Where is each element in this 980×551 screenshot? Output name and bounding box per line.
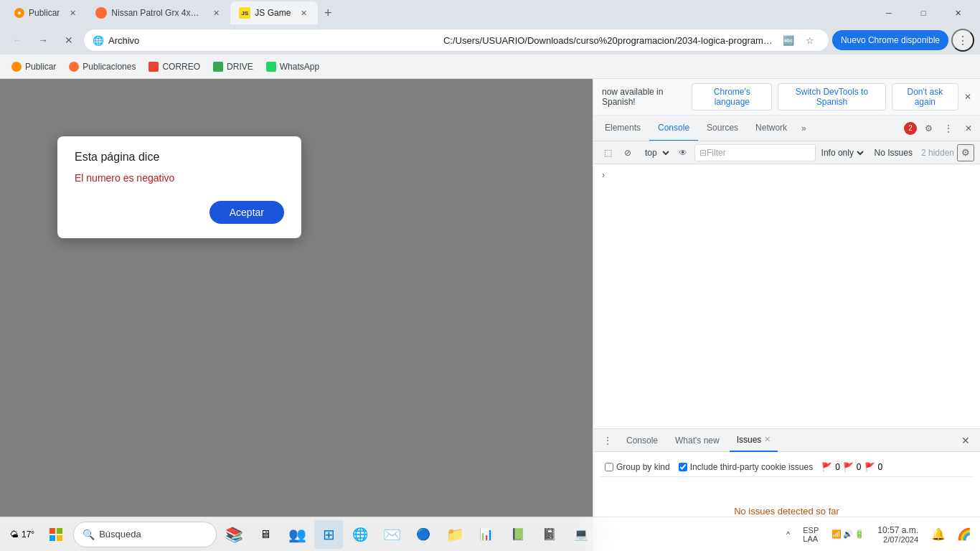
tab-close-nissan[interactable]: ✕: [210, 7, 222, 19]
devtools-level-select[interactable]: Info only: [819, 147, 866, 159]
alert-accept-button[interactable]: Aceptar: [209, 201, 284, 224]
devtools-tab-more-icon[interactable]: »: [796, 123, 812, 133]
chrome-update-button[interactable]: Nuevo Chrome disponible: [832, 30, 948, 50]
bookmark-correo-label: CORREO: [162, 62, 200, 72]
tab-nissan[interactable]: Nissan Patrol Grx 4x4 3000cc M ✕: [87, 1, 230, 24]
chrome-language-button[interactable]: Chrome's language: [692, 83, 772, 110]
forward-button[interactable]: →: [32, 29, 55, 52]
devtools-tab-console[interactable]: Console: [649, 116, 698, 141]
url-text: C:/Users/USUARIO/Downloads/curso%20progr…: [443, 35, 774, 46]
taskbar-clock[interactable]: 10:57 a.m. 2/07/2024: [873, 520, 923, 549]
devtools-console-settings[interactable]: ⚙: [957, 144, 974, 161]
dont-ask-again-button[interactable]: Don't ask again: [892, 83, 958, 110]
bottom-panel-close-button[interactable]: ✕: [957, 432, 974, 449]
taskbar-weather-widget[interactable]: 🌤 17°: [6, 520, 39, 549]
tab-close-js[interactable]: ✕: [298, 7, 309, 19]
taskbar-network-icons[interactable]: 📶 🔊 🔋: [827, 520, 869, 549]
devtools-device-button[interactable]: ⊘: [619, 144, 636, 161]
reload-button[interactable]: ✕: [57, 29, 80, 52]
taskbar-icon-mail[interactable]: ✉️: [377, 520, 406, 549]
console-chevron-icon[interactable]: ›: [602, 170, 605, 180]
devtools-close-button[interactable]: ✕: [960, 120, 977, 137]
bottom-tab-issues[interactable]: Issues ✕: [730, 429, 778, 452]
url-bar[interactable]: 🌐 Archivo C:/Users/USUARIO/Downloads/cur…: [83, 29, 829, 52]
taskbar-icon-vscode[interactable]: 💻: [567, 520, 595, 549]
speaker-icon: 🔊: [843, 529, 853, 539]
devtools-menu-button[interactable]: ⋮: [940, 120, 957, 137]
alert-title: Esta página dice: [75, 151, 284, 164]
taskbar-icon-chrome[interactable]: 🔵: [409, 520, 438, 549]
window-controls: ─ □ ✕: [872, 1, 974, 24]
devtools-eye-button[interactable]: 👁: [674, 144, 692, 161]
bookmark-whatsapp[interactable]: WhatsApp: [260, 57, 325, 76]
group-by-kind-checkbox[interactable]: [605, 463, 613, 471]
bottom-tab-whats-new[interactable]: What's new: [668, 429, 727, 452]
bookmark-publicar[interactable]: Publicar: [6, 57, 62, 76]
switch-devtools-button[interactable]: Switch DevTools to Spanish: [778, 83, 885, 110]
bookmark-drive[interactable]: DRIVE: [207, 57, 259, 76]
bookmark-publicaciones[interactable]: Publicaciones: [63, 57, 141, 76]
issues-tab-close-icon[interactable]: ✕: [764, 435, 771, 444]
chrome-menu-button[interactable]: ⋮: [951, 29, 974, 52]
taskbar-icon-powerpoint[interactable]: 📊: [472, 520, 501, 549]
bookmark-correo[interactable]: CORREO: [143, 57, 206, 76]
devtools-lang-close-icon[interactable]: ✕: [964, 92, 971, 102]
title-bar: ● Publicar ✕ Nissan Patrol Grx 4x4 3000c…: [0, 0, 980, 26]
taskbar-icon-excel[interactable]: 📗: [504, 520, 532, 549]
close-button[interactable]: ✕: [941, 1, 974, 24]
tab-close-publicar[interactable]: ✕: [67, 7, 78, 19]
error-count-label: 0: [835, 462, 840, 472]
start-button[interactable]: [42, 520, 70, 549]
group-by-kind-label: Group by kind: [616, 462, 670, 472]
taskbar-color-orb[interactable]: 🌈: [954, 524, 974, 545]
svg-rect-1: [57, 528, 62, 534]
warning-flag-icon: 🚩: [843, 462, 854, 472]
taskbar-icon-apps[interactable]: ⊞: [314, 520, 343, 549]
taskbar-icon-teams[interactable]: 👥: [283, 520, 311, 549]
taskbar-icon-notepad[interactable]: 📓: [535, 520, 564, 549]
maximize-button[interactable]: □: [907, 1, 940, 24]
new-tab-button[interactable]: +: [318, 3, 338, 23]
devtools-tab-elements[interactable]: Elements: [596, 116, 649, 141]
devtools-filter-box[interactable]: ⊟ Filter: [694, 144, 816, 161]
taskbar-icon-terminal[interactable]: 🖥: [251, 520, 280, 549]
devtools-tab-network[interactable]: Network: [747, 116, 796, 141]
tab-title-js: JS Game: [255, 8, 291, 18]
taskbar-lang-text: ESPLAA: [803, 526, 819, 543]
minimize-button[interactable]: ─: [872, 1, 905, 24]
taskbar-search-box[interactable]: 🔍 Búsqueda: [73, 522, 217, 547]
taskbar-notification-button[interactable]: 🔔: [927, 523, 950, 546]
weather-temp: 17°: [22, 529, 34, 540]
bottom-tab-console[interactable]: Console: [619, 429, 665, 452]
taskbar: 🌤 17° 🔍 Búsqueda 📚 🖥 👥 ⊞ 🌐 ✉️ 🔵 📁 📊 📗 📓 …: [0, 517, 980, 551]
devtools-tab-sources[interactable]: Sources: [698, 116, 747, 141]
bookmarks-bar: Publicar Publicaciones CORREO DRIVE What…: [0, 55, 980, 79]
bookmark-icon[interactable]: ☆: [800, 30, 820, 50]
back-button[interactable]: ←: [6, 29, 29, 52]
tab-favicon-js: JS: [239, 7, 250, 19]
tab-title-nissan: Nissan Patrol Grx 4x4 3000cc M: [111, 8, 203, 18]
taskbar-icon-files[interactable]: 📁: [440, 520, 469, 549]
info-flag-icon: 🚩: [864, 462, 875, 472]
taskbar-icon-edge[interactable]: 🌐: [346, 520, 374, 549]
svg-rect-2: [50, 535, 55, 541]
devtools-context-select[interactable]: top: [639, 144, 672, 161]
bookmark-whatsapp-label: WhatsApp: [280, 62, 319, 72]
tab-favicon-publicar: ●: [14, 8, 24, 18]
filter-placeholder: Filter: [707, 148, 726, 158]
taskbar-icon-books[interactable]: 📚: [220, 520, 248, 549]
include-third-party-checkbox[interactable]: [679, 463, 687, 471]
bottom-panel-menu-button[interactable]: ⋮: [599, 432, 616, 449]
browser-window: ● Publicar ✕ Nissan Patrol Grx 4x4 3000c…: [0, 0, 980, 551]
console-line: ›: [596, 167, 977, 183]
taskbar-language[interactable]: ESPLAA: [798, 520, 823, 549]
devtools-settings-button[interactable]: ⚙: [920, 120, 937, 137]
taskbar-show-hidden-icons[interactable]: ^: [782, 520, 794, 549]
error-count-badge: 2: [904, 122, 917, 135]
tab-js-game[interactable]: JS JS Game ✕: [230, 1, 318, 24]
tab-publicar[interactable]: ● Publicar ✕: [6, 1, 87, 24]
tab-title-publicar: Publicar: [29, 8, 60, 18]
taskbar-time-display: 10:57 a.m. 2/07/2024: [877, 525, 918, 544]
translate-icon[interactable]: 🔤: [778, 30, 798, 50]
devtools-inspect-button[interactable]: ⬚: [599, 144, 616, 161]
